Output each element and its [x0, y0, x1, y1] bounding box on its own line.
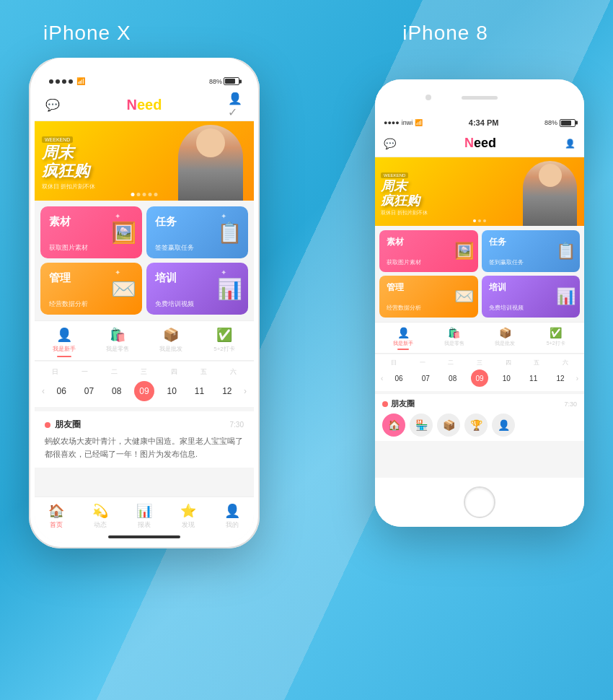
fc-dot-8 — [382, 401, 388, 407]
cal-date-9-today[interactable]: 09 — [134, 381, 154, 401]
cal8-date-12[interactable]: 12 — [552, 369, 569, 387]
banner-8: WEEKEND 周末疯狂购 双休日 折扣片刻不休 — [375, 157, 584, 226]
grid-item-training[interactable]: 培训 免费培训视频 📊 ✦ — [146, 263, 248, 315]
tab-retail-icon-8: 🛍️ — [448, 327, 460, 338]
profile-check-icon-8[interactable]: 👤 — [565, 139, 575, 149]
cal-date-12[interactable]: 12 — [217, 381, 237, 401]
grid-item-manage[interactable]: 管理 经营数据分析 ✉️ ✦ — [40, 263, 142, 315]
cal8-date-11[interactable]: 11 — [525, 369, 542, 387]
battery-icon — [224, 77, 239, 85]
cal8-dates-row: 06 07 08 09 10 11 12 — [385, 369, 573, 387]
cal8-date-8[interactable]: 08 — [444, 369, 462, 387]
grid-item-task-subtitle: 签签赢取任务 — [155, 243, 239, 253]
nav-profile[interactable]: 👤 我的 — [210, 503, 254, 530]
cal-date-10[interactable]: 10 — [162, 381, 182, 401]
time-8: 4:34 PM — [469, 118, 499, 127]
tab-newbie[interactable]: 👤 我是新手 — [38, 327, 91, 357]
fc-avatar-5: 👤 — [492, 414, 515, 437]
carrier-8: inwi — [402, 119, 413, 126]
grid-manage-icon-8: ✉️ — [454, 287, 474, 306]
banner-dot-8-2 — [478, 219, 481, 222]
grid-item-star-1: ✦ — [115, 212, 120, 220]
grid-item-star-4: ✦ — [221, 268, 226, 276]
grid-item-manage-8[interactable]: 管理 经营数据分析 ✉️ — [379, 276, 478, 318]
tab-retail-label: 我是零售 — [106, 345, 129, 353]
nav-home-icon: 🏠 — [48, 503, 64, 519]
cal8-prev[interactable]: ‹ — [379, 375, 384, 382]
cal-date-11[interactable]: 11 — [190, 381, 210, 401]
battery-fill-8 — [561, 121, 571, 126]
nav-profile-label: 我的 — [226, 520, 239, 530]
banner-girl-x — [167, 121, 254, 201]
cal-date-8[interactable]: 08 — [107, 381, 127, 401]
home-button-8[interactable] — [464, 486, 495, 518]
cal8-date-7[interactable]: 07 — [417, 369, 434, 387]
banner-dot-4 — [149, 193, 152, 196]
tab-wholesale[interactable]: 📦 我是批发 — [144, 327, 198, 357]
tab-newbie-8[interactable]: 👤 我是新手 — [378, 327, 429, 350]
message-icon[interactable]: 💬 — [45, 97, 61, 113]
cal-prev-x[interactable]: ‹ — [40, 386, 46, 396]
signal-dots: 📶 — [49, 77, 85, 85]
grid-item-material-8[interactable]: 素材 获取图片素材 🖼️ — [379, 230, 478, 272]
cal8-sat: 六 — [557, 359, 574, 367]
nav-dynamic[interactable]: 💫 动态 — [79, 503, 123, 530]
fc-avatar-2: 🏪 — [410, 414, 433, 437]
tab-checkin-icon: ✅ — [216, 327, 232, 343]
signal-dot-2 — [56, 79, 60, 84]
nav-discover[interactable]: ⭐ 发现 — [166, 503, 210, 530]
fc-title-row-8: 朋友圈 — [382, 398, 415, 409]
cal8-date-10[interactable]: 10 — [498, 369, 515, 387]
wifi-8: 📶 — [415, 119, 423, 126]
grid-item-training-8[interactable]: 培训 免费培训视频 📊 — [482, 276, 581, 318]
cal8-mon: 一 — [414, 359, 431, 367]
tab-wholesale-8[interactable]: 📦 我是批发 — [480, 327, 531, 350]
feed-content-x: 蚂蚁农场大麦叶青汁，大健康中国造。家里老人宝宝喝了都很喜欢，已经喝了一年！图片为… — [45, 435, 244, 460]
nav-home[interactable]: 🏠 首页 — [35, 503, 79, 530]
home-indicator-x — [108, 535, 180, 538]
iphone-x-device: 📶 88% 💬 Need 👤✓ WE — [29, 58, 260, 548]
cal-date-7[interactable]: 07 — [79, 381, 99, 401]
fc-avatar-1: 🏠 — [382, 414, 405, 437]
feed-title-row-x: 朋友圈 — [45, 419, 81, 431]
tab-wholesale-icon-8: 📦 — [499, 327, 511, 338]
cal-day-fri: 五 — [193, 367, 213, 377]
cal-next-x[interactable]: › — [242, 386, 248, 396]
calendar-dates-x: ‹ 06 07 08 09 10 11 12 › — [40, 381, 248, 401]
grid-item-task-8[interactable]: 任务 签到赢取任务 📋 — [482, 230, 581, 272]
cal8-tue: 二 — [442, 359, 459, 367]
tab-retail[interactable]: 🛍️ 我是零售 — [91, 327, 144, 357]
profile-check-icon[interactable]: 👤✓ — [228, 97, 244, 113]
signal-dots-8: ●●●● — [384, 119, 400, 126]
grid-item-material-icon: 🖼️ — [111, 221, 136, 245]
grid-item-training-icon: 📊 — [217, 277, 242, 301]
battery-8: 88% — [544, 119, 575, 127]
cal8-date-6[interactable]: 06 — [390, 369, 407, 387]
banner-weekend-8: WEEKEND — [381, 172, 408, 178]
tab-retail-8[interactable]: 🛍️ 我是零售 — [429, 327, 480, 350]
banner-figure-8 — [523, 161, 577, 226]
banner-subtitle-x: 双休日 折扣片刻不休 — [42, 183, 95, 191]
tab-checkin[interactable]: ✅ 5+2打卡 — [198, 327, 251, 357]
grid-item-material[interactable]: 素材 获取图片素材 🖼️ ✦ — [40, 206, 142, 258]
grid-training-icon-8: 📊 — [556, 287, 575, 306]
calendar-days-header-x: 日 一 二 三 四 五 六 — [40, 367, 248, 377]
tab-wholesale-label-8: 我是批发 — [495, 340, 515, 347]
grid-item-task[interactable]: 任务 签签赢取任务 📋 ✦ — [146, 206, 248, 258]
nav-report[interactable]: 📊 报表 — [123, 503, 167, 530]
tab-underline-8 — [397, 349, 409, 350]
cal-date-6[interactable]: 06 — [51, 381, 71, 401]
iphone-8-speaker — [462, 96, 498, 100]
cal8-date-9-today[interactable]: 09 — [471, 369, 488, 387]
cal-day-sat: 六 — [223, 367, 243, 377]
grid-material-icon-8: 🖼️ — [454, 242, 474, 261]
battery-percent-8: 88% — [544, 119, 557, 126]
logo-eed-8: eed — [474, 136, 496, 150]
iphone-x-screen: 📶 88% 💬 Need 👤✓ WE — [35, 58, 254, 543]
fc-avatar-4: 🏆 — [464, 414, 488, 437]
cal8-next[interactable]: › — [575, 375, 580, 382]
cal8-wed: 三 — [471, 359, 488, 367]
message-icon-8[interactable]: 💬 — [384, 138, 396, 149]
banner-face-8 — [539, 164, 562, 187]
tab-checkin-8[interactable]: ✅ 5+2打卡 — [531, 327, 582, 350]
